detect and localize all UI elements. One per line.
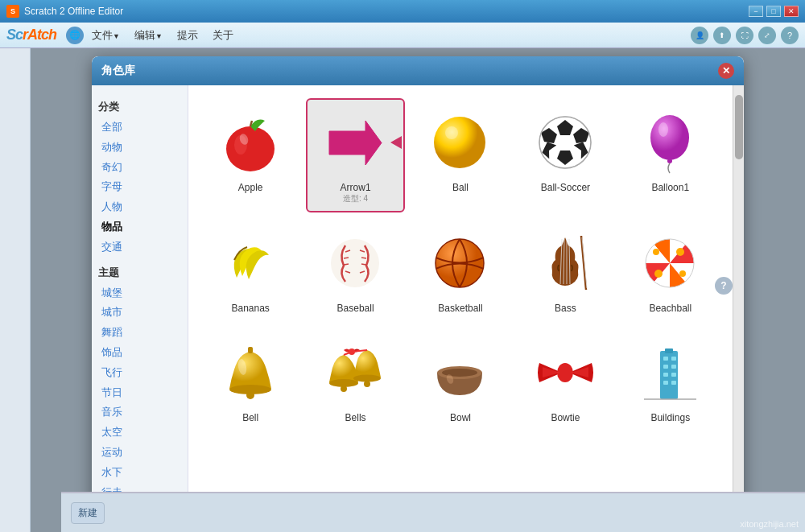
ball-label: Ball	[452, 182, 469, 193]
menu-bar: ScrAtch 🌐 文件▼ 编辑▼ 提示 关于 👤 ⬆ ⛶ ⤢ ?	[0, 23, 805, 48]
work-area: 角色库 ✕ 分类 全部 动物 奇幻 字母 人物 物品 交通 主	[31, 48, 805, 532]
new-sprite-button[interactable]: 新建	[71, 502, 105, 524]
grid-item-soccer[interactable]: Ball-Soccer	[516, 98, 614, 212]
sidebar-theme-holiday[interactable]: 节日	[98, 383, 181, 403]
title-bar-left: S Scratch 2 Offline Editor	[6, 5, 123, 18]
svg-point-16	[658, 122, 668, 137]
file-menu[interactable]: 文件▼	[85, 25, 126, 46]
sidebar-theme-castle[interactable]: 城堡	[98, 283, 181, 303]
svg-rect-47	[248, 347, 253, 353]
grid-item-basketball[interactable]: Basketball	[411, 219, 510, 322]
sidebar-category-people[interactable]: 人物	[98, 197, 181, 217]
help-toolbar-button[interactable]: ?	[781, 27, 799, 44]
svg-rect-65	[671, 365, 676, 369]
bowtie-icon	[529, 336, 601, 409]
sidebar-category-animals[interactable]: 动物	[98, 138, 181, 158]
svg-point-42	[653, 249, 659, 255]
fullscreen-button[interactable]: ⛶	[736, 27, 753, 44]
svg-point-18	[331, 239, 379, 287]
scrollbar[interactable]	[733, 85, 744, 515]
dialog-help-button[interactable]: ?	[715, 277, 733, 295]
svg-point-6	[445, 126, 458, 139]
scrollbar-thumb[interactable]	[735, 95, 743, 159]
arrow-cursor	[390, 136, 402, 149]
dialog-close-button[interactable]: ✕	[718, 63, 734, 79]
themes-title: 主题	[98, 266, 181, 280]
beachball-label: Beachball	[649, 303, 691, 314]
sidebar-theme-flight[interactable]: 飞行	[98, 363, 181, 383]
svg-rect-64	[663, 365, 668, 369]
dialog-sidebar: 分类 全部 动物 奇幻 字母 人物 物品 交通 主题 城堡 城市 舞蹈 饰品 飞…	[92, 85, 188, 515]
edit-menu[interactable]: 编辑▼	[128, 25, 169, 46]
upload-button[interactable]: ⬆	[713, 27, 731, 44]
main-area: 角色库 ✕ 分类 全部 动物 奇幻 字母 人物 物品 交通 主	[0, 48, 805, 532]
toolbar: 👤 ⬆ ⛶ ⤢ ?	[691, 27, 799, 44]
sidebar-theme-accessories[interactable]: 饰品	[98, 343, 181, 363]
bells-label: Bells	[345, 412, 366, 423]
scratch-logo: ScrAtch	[6, 27, 56, 43]
sidebar-theme-space[interactable]: 太空	[98, 423, 181, 443]
resize-button[interactable]: ⤢	[758, 27, 776, 44]
grid-item-baseball[interactable]: Baseball	[306, 219, 404, 322]
bell-label: Bell	[242, 412, 258, 423]
grid-item-bells[interactable]: Bells	[306, 328, 404, 431]
window-close-button[interactable]: ✕	[784, 6, 799, 17]
arrow1-icon	[320, 106, 392, 179]
sidebar-category-all[interactable]: 全部	[98, 118, 181, 138]
share-button[interactable]: 👤	[691, 27, 708, 44]
language-button[interactable]: 🌐	[66, 27, 84, 44]
svg-rect-68	[663, 381, 668, 385]
bananas-icon	[214, 227, 287, 299]
grid-item-beachball[interactable]: Beachball	[621, 219, 720, 322]
window-title: Scratch 2 Offline Editor	[24, 6, 123, 17]
maximize-button[interactable]: □	[766, 6, 781, 17]
sidebar-category-transport[interactable]: 交通	[98, 237, 181, 258]
sidebar-category-fantasy[interactable]: 奇幻	[98, 158, 181, 178]
grid-item-arrow1[interactable]: Arrow1 造型: 4	[306, 98, 404, 212]
app-icon: S	[6, 5, 19, 18]
arrow1-label: Arrow1	[341, 182, 371, 193]
apple-icon	[214, 106, 287, 179]
dialog-grid-area[interactable]: Apple	[188, 85, 733, 515]
bowl-label: Bowl	[450, 412, 471, 423]
sidebar-theme-music[interactable]: 音乐	[98, 402, 181, 423]
tips-menu[interactable]: 提示	[171, 25, 204, 46]
sidebar-theme-dance[interactable]: 舞蹈	[98, 323, 181, 343]
title-bar: S Scratch 2 Offline Editor − □ ✕	[0, 0, 805, 23]
buildings-label: Buildings	[650, 412, 690, 423]
grid-item-bell[interactable]: Bell	[201, 328, 299, 431]
sidebar-theme-city[interactable]: 城市	[98, 303, 181, 323]
svg-rect-63	[671, 357, 676, 361]
svg-line-25	[361, 264, 366, 265]
sidebar-category-letters[interactable]: 字母	[98, 177, 181, 197]
grid-item-buildings[interactable]: Buildings	[621, 328, 720, 431]
balloon-label: Balloon1	[651, 182, 689, 193]
grid-item-ball[interactable]: Ball	[411, 98, 510, 212]
sidebar-category-things[interactable]: 物品	[98, 217, 181, 237]
svg-point-0	[226, 126, 275, 171]
buildings-icon	[634, 336, 707, 409]
about-menu[interactable]: 关于	[206, 25, 240, 46]
arrow1-sublabel: 造型: 4	[343, 193, 368, 204]
svg-point-40	[654, 270, 663, 278]
grid-item-bowl[interactable]: Bowl	[411, 328, 510, 431]
grid-item-balloon[interactable]: Balloon1	[621, 98, 720, 212]
minimize-button[interactable]: −	[749, 6, 763, 17]
title-bar-controls: − □ ✕	[749, 6, 799, 17]
bananas-label: Bananas	[232, 303, 270, 314]
baseball-label: Baseball	[337, 303, 374, 314]
grid-item-bananas[interactable]: Bananas	[201, 219, 299, 322]
sidebar-theme-underwater[interactable]: 水下	[98, 463, 181, 483]
svg-rect-66	[663, 373, 668, 377]
grid-item-bowtie[interactable]: Bowtie	[516, 328, 614, 431]
svg-line-34	[581, 236, 586, 290]
dialog-title: 角色库	[101, 64, 135, 78]
grid-item-apple[interactable]: Apple	[201, 98, 299, 212]
grid-item-bass[interactable]: Bass	[516, 219, 614, 322]
svg-line-24	[361, 258, 366, 258]
soccer-icon	[529, 106, 601, 179]
app-sidebar	[0, 48, 31, 532]
sidebar-theme-sports[interactable]: 运动	[98, 443, 181, 463]
basketball-label: Basketball	[438, 303, 482, 314]
bowl-icon	[424, 336, 497, 409]
